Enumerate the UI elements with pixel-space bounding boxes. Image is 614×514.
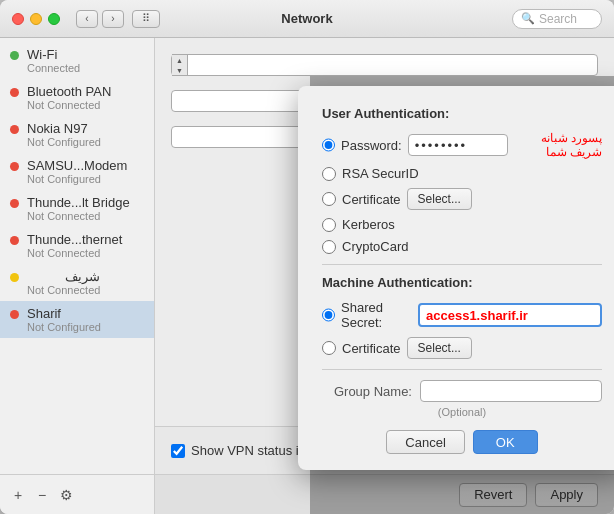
crypto-row: CryptoCard [322,239,602,254]
authentication-dialog: User Authentication: Password: پسورد شبا… [298,86,614,470]
sidebar-item-sharif-name: Sharif [27,306,101,321]
content-area: Wi-Fi Connected Bluetooth PAN Not Connec… [0,38,614,514]
cert-row: Certificate Select... [322,188,602,210]
search-box[interactable]: 🔍 Search [512,9,602,29]
maximize-button[interactable] [48,13,60,25]
sidebar-item-sharif-rtl-status: Not Connected [27,284,100,296]
password-row: Password: پسورد شبانه شریف شما [322,131,602,159]
cert-label: Certificate [342,192,401,207]
sidebar-item-tb-ethernet-status: Not Connected [27,247,122,259]
sidebar-item-tb-bridge[interactable]: Thunde...lt Bridge Not Connected [0,190,154,227]
main-area: ▲ ▼ User Authentication: [155,38,614,514]
sidebar-item-nokia-name: Nokia N97 [27,121,101,136]
grid-button[interactable]: ⠿ [132,10,160,28]
forward-button[interactable]: › [102,10,124,28]
field-row-1: ▲ ▼ [171,54,598,76]
main-window: ‹ › ⠿ Network 🔍 Search Wi-Fi Connected [0,0,614,514]
cert2-label: Certificate [342,341,401,356]
cancel-button[interactable]: Cancel [386,430,464,454]
sidebar-bottom-bar: + − ⚙ [0,474,154,514]
sidebar-item-bluetooth-status: Not Connected [27,99,111,111]
settings-button[interactable]: ⚙ [56,485,76,505]
sidebar-item-samsung-status: Not Configured [27,173,127,185]
sidebar-item-sharif-status: Not Configured [27,321,101,333]
dialog-buttons: Cancel OK [322,430,602,454]
dialog-overlay: User Authentication: Password: پسورد شبا… [310,76,614,514]
shared-secret-input[interactable] [418,303,602,327]
cert-select-button[interactable]: Select... [407,188,472,210]
sidebar-item-nokia[interactable]: Nokia N97 Not Configured [0,116,154,153]
stepper-down-1[interactable]: ▼ [172,65,187,75]
stepper-up-1[interactable]: ▲ [172,55,187,65]
sidebar-item-wifi[interactable]: Wi-Fi Connected [0,42,154,79]
crypto-label: CryptoCard [342,239,408,254]
divider-1 [322,264,602,265]
add-network-button[interactable]: + [8,485,28,505]
close-button[interactable] [12,13,24,25]
cert2-radio[interactable] [322,341,336,355]
kerberos-radio[interactable] [322,218,336,232]
status-dot-wifi [10,51,19,60]
cert-row-2: Certificate Select... [322,337,602,359]
password-input[interactable] [408,134,508,156]
sidebar-item-sharif-rtl-name: شریف [27,269,100,284]
sidebar-item-sharif-rtl[interactable]: شریف Not Connected [0,264,154,301]
status-dot-tb-ethernet [10,236,19,245]
sidebar-item-tb-bridge-name: Thunde...lt Bridge [27,195,130,210]
sidebar-item-samsung-name: SAMSU...Modem [27,158,127,173]
password-label: Password: [341,138,402,153]
password-radio[interactable] [322,138,335,152]
sidebar-item-wifi-name: Wi-Fi [27,47,80,62]
sidebar-list: Wi-Fi Connected Bluetooth PAN Not Connec… [0,42,154,474]
status-dot-bluetooth [10,88,19,97]
optional-text: (Optional) [322,406,602,418]
shared-secret-row: Shared Secret: [322,300,602,330]
sidebar-item-bluetooth-name: Bluetooth PAN [27,84,111,99]
user-auth-title: User Authentication: [322,106,602,121]
cert2-select-button[interactable]: Select... [407,337,472,359]
sidebar-item-samsung[interactable]: SAMSU...Modem Not Configured [0,153,154,190]
status-dot-tb-bridge [10,199,19,208]
nav-buttons: ‹ › [76,10,124,28]
group-name-label: Group Name: [322,384,412,399]
status-dot-sharif [10,310,19,319]
sidebar-item-tb-ethernet[interactable]: Thunde...thernet Not Connected [0,227,154,264]
status-dot-sharif-rtl [10,273,19,282]
kerberos-label: Kerberos [342,217,395,232]
sidebar-item-bluetooth-pan[interactable]: Bluetooth PAN Not Connected [0,79,154,116]
traffic-lights [12,13,60,25]
sidebar-item-wifi-status: Connected [27,62,80,74]
status-dot-samsung [10,162,19,171]
rsa-radio[interactable] [322,167,336,181]
search-input[interactable]: Search [539,12,577,26]
stepper-1[interactable]: ▲ ▼ [172,54,188,76]
sidebar-item-tb-ethernet-name: Thunde...thernet [27,232,122,247]
sidebar-item-nokia-status: Not Configured [27,136,101,148]
group-name-row: Group Name: [322,380,602,402]
divider-2 [322,369,602,370]
remove-network-button[interactable]: − [32,485,52,505]
sidebar-item-sharif[interactable]: Sharif Not Configured [0,301,154,338]
machine-auth-title: Machine Authentication: [322,275,602,290]
shared-secret-label: Shared Secret: [341,300,412,330]
sidebar-item-tb-bridge-status: Not Connected [27,210,130,222]
cert-radio[interactable] [322,192,336,206]
rsa-label: RSA SecurID [342,166,419,181]
crypto-radio[interactable] [322,240,336,254]
group-name-input[interactable] [420,380,602,402]
shared-secret-radio[interactable] [322,308,335,322]
titlebar: ‹ › ⠿ Network 🔍 Search [0,0,614,38]
search-icon: 🔍 [521,12,535,25]
minimize-button[interactable] [30,13,42,25]
ok-button[interactable]: OK [473,430,538,454]
password-hint: پسورد شبانه شریف شما [514,131,602,159]
rsa-row: RSA SecurID [322,166,602,181]
window-title: Network [281,11,332,26]
back-button[interactable]: ‹ [76,10,98,28]
sidebar: Wi-Fi Connected Bluetooth PAN Not Connec… [0,38,155,514]
status-dot-nokia [10,125,19,134]
show-vpn-checkbox[interactable] [171,444,185,458]
kerberos-row: Kerberos [322,217,602,232]
